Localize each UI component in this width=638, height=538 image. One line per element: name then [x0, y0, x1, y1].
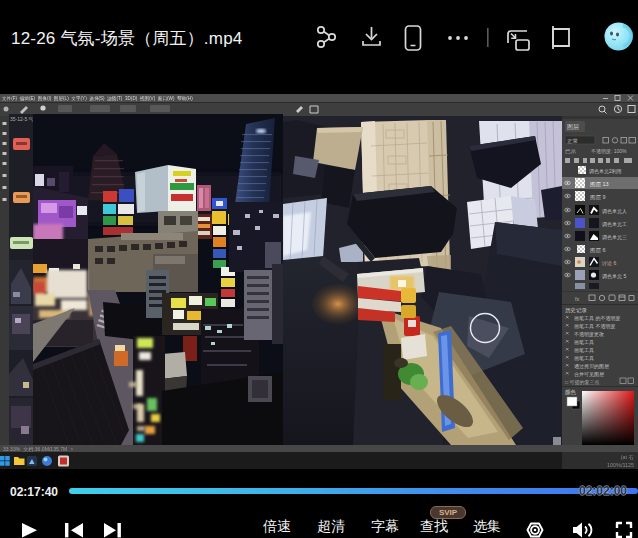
svg-text:讨论 6: 讨论 6: [601, 260, 616, 267]
svg-text:已示: 已示: [565, 148, 577, 154]
svg-text:画笔工具: 画笔工具: [574, 347, 594, 353]
svg-text:fx: fx: [575, 296, 580, 302]
svg-text:调色单元 5: 调色单元 5: [602, 273, 626, 280]
svg-text:图层 13: 图层 13: [590, 181, 609, 188]
svg-text:图层 9: 图层 9: [590, 194, 606, 201]
svg-text:画笔工具 的不透明度: 画笔工具 的不透明度: [574, 315, 620, 322]
svg-text:□ 可提的复三点: □ 可提的复三点: [565, 379, 599, 386]
svg-text:调色单元工: 调色单元工: [602, 221, 627, 228]
svg-text:画笔工具 不透明度: 画笔工具 不透明度: [574, 323, 615, 330]
svg-text:调色单元人: 调色单元人: [602, 208, 627, 215]
svg-text:画笔工具: 画笔工具: [574, 339, 594, 345]
svg-text:合并可见图层: 合并可见图层: [574, 371, 604, 378]
svg-text:调色单元2利用: 调色单元2利用: [589, 168, 622, 175]
svg-text:颜色: 颜色: [565, 389, 577, 395]
svg-text:不透明度: 100%: 不透明度: 100%: [591, 148, 627, 155]
svg-text:通过拷贝的图层: 通过拷贝的图层: [574, 363, 609, 370]
svg-text:画笔工具: 画笔工具: [574, 355, 594, 361]
svg-text:不透明度更改: 不透明度更改: [574, 331, 604, 338]
svg-text:历史记录: 历史记录: [565, 307, 588, 314]
svg-text:正常: 正常: [567, 138, 578, 144]
svg-text:调色单元三: 调色单元三: [602, 234, 627, 241]
svg-text:图层 6: 图层 6: [590, 247, 606, 254]
svg-text:图层: 图层: [567, 124, 579, 131]
